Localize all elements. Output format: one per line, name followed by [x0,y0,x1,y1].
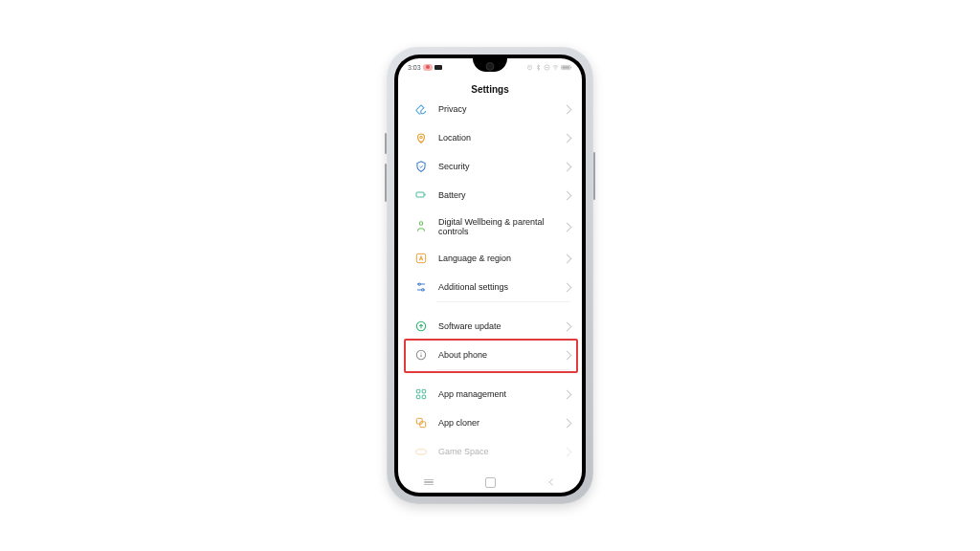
svg-rect-11 [416,192,424,197]
settings-item-label: Location [438,133,560,143]
software-update-icon [413,319,429,334]
screen: 3:03 Settings [398,58,582,493]
settings-item-wellbeing[interactable]: Digital Wellbeing & parental controls [398,209,582,244]
chevron-right-icon [563,321,572,331]
nav-back-button[interactable] [545,475,558,489]
settings-item-label: Game Space [438,447,560,456]
phone-bezel: 3:03 Settings [394,55,586,496]
power-button[interactable] [593,152,595,200]
game-space-icon [413,444,429,459]
wellbeing-icon [413,219,429,234]
battery-icon [561,64,572,71]
settings-item-label: App management [438,389,560,399]
camera-indicator-icon [434,65,442,70]
wifi-icon [552,64,559,71]
chevron-right-icon [563,222,572,231]
svg-line-3 [531,64,532,65]
nav-recents-button[interactable] [422,475,435,489]
svg-rect-28 [420,422,426,428]
settings-item-label: Language & region [438,253,560,263]
language-icon [413,251,429,266]
settings-item-label: Battery [438,190,560,200]
settings-item-additional[interactable]: Additional settings [398,273,582,301]
settings-item-label: App cloner [438,418,560,428]
volume-down-button[interactable] [385,164,387,202]
settings-item-language[interactable]: Language & region [398,244,582,273]
settings-item-location[interactable]: Location [398,123,582,152]
svg-point-18 [422,289,424,291]
svg-rect-9 [562,66,569,69]
svg-line-2 [527,64,528,65]
chevron-right-icon [563,162,572,171]
battery-icon [413,187,429,203]
chevron-right-icon [563,350,572,360]
svg-point-21 [420,352,421,353]
svg-rect-24 [422,389,426,393]
settings-item-label: Privacy [438,104,560,114]
app-management-icon [413,386,429,402]
settings-item-label: Security [438,162,560,171]
settings-item-label: Software update [438,321,560,331]
chevron-right-icon [563,282,572,292]
settings-item-game-space[interactable]: Game Space [398,437,582,466]
status-right [526,64,572,71]
record-indicator-icon [423,64,433,71]
settings-item-security[interactable]: Security [398,152,582,181]
dnd-icon [544,64,550,71]
settings-item-label: Digital Wellbeing & parental controls [438,217,560,237]
page-title: Settings [398,76,582,102]
svg-point-13 [419,222,423,226]
bluetooth-icon [535,64,542,71]
status-time: 3:03 [408,64,421,71]
svg-point-0 [527,65,531,69]
location-icon [413,130,429,145]
svg-rect-23 [416,389,420,393]
svg-rect-12 [425,194,426,196]
settings-item-privacy[interactable]: Privacy [398,102,582,123]
svg-point-16 [418,283,420,285]
nav-home-button[interactable] [483,475,497,489]
settings-item-battery[interactable]: Battery [398,181,582,209]
phone-frame: 3:03 Settings [387,47,593,504]
svg-rect-26 [422,395,426,399]
settings-item-about-phone[interactable]: About phone [398,341,582,369]
privacy-icon [413,102,429,117]
alarm-icon [526,64,533,71]
settings-item-label: About phone [438,350,560,360]
app-cloner-icon [413,415,429,430]
chevron-right-icon [563,190,572,200]
chevron-right-icon [563,418,572,428]
about-phone-icon [413,347,429,363]
settings-item-app-management[interactable]: App management [398,380,582,408]
chevron-right-icon [563,253,572,263]
svg-rect-29 [416,450,427,454]
svg-rect-8 [570,66,571,68]
settings-item-software-update[interactable]: Software update [398,312,582,341]
settings-list[interactable]: Privacy Location [398,102,582,474]
additional-settings-icon [413,279,429,295]
svg-rect-25 [416,395,420,399]
chevron-right-icon [563,389,572,399]
status-left: 3:03 [408,64,442,71]
svg-point-6 [555,69,556,70]
chevron-right-icon [563,104,572,114]
nav-bar [398,474,582,491]
settings-item-label: Additional settings [438,282,560,292]
svg-rect-27 [416,418,422,424]
chevron-right-icon [563,447,572,456]
svg-point-10 [420,136,422,138]
volume-up-button[interactable] [385,133,387,154]
settings-item-app-cloner[interactable]: App cloner [398,408,582,437]
security-icon [413,159,429,174]
chevron-right-icon [563,133,572,143]
